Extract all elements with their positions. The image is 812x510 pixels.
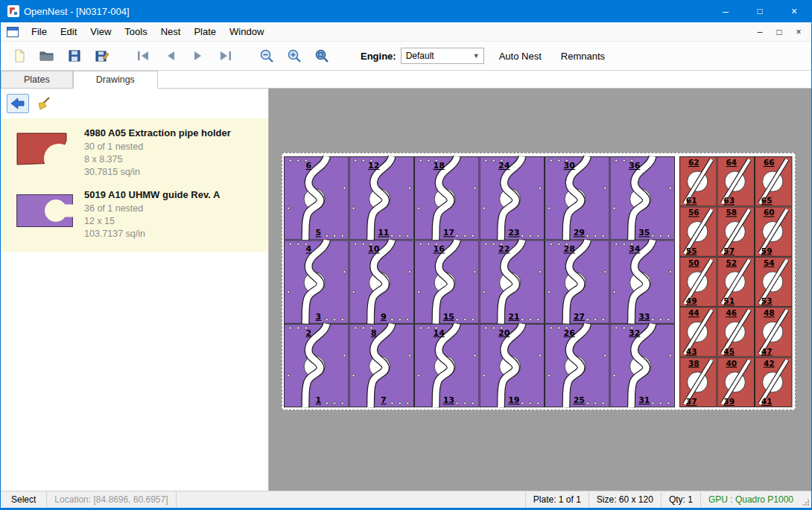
nested-part-pair-purple[interactable]: 3635 <box>610 156 675 240</box>
menu-nest[interactable]: Nest <box>154 24 188 40</box>
menu-plate[interactable]: Plate <box>187 24 223 40</box>
nested-part-pair-purple[interactable]: 2019 <box>480 324 545 407</box>
nested-part-pair-purple[interactable]: 1211 <box>349 156 414 240</box>
save-as-button[interactable] <box>88 45 115 68</box>
nested-part-pair-red[interactable]: 5655 <box>680 207 717 256</box>
nested-part-pair-purple[interactable]: 3029 <box>545 156 610 240</box>
nested-part-pair-red[interactable]: 4645 <box>717 307 755 357</box>
engine-dropdown[interactable]: Default ▼ <box>401 48 484 64</box>
drawing-info: 4980 A05 Extraction pipe holder 30 of 1 … <box>84 127 231 179</box>
close-button[interactable]: × <box>777 0 811 22</box>
nested-part-pair-purple[interactable]: 2423 <box>480 156 545 240</box>
nested-part-pair-purple[interactable]: 1615 <box>415 240 480 323</box>
nested-part-pair-red[interactable]: 5453 <box>755 257 793 306</box>
nested-part-pair-red[interactable]: 3837 <box>680 357 717 407</box>
nested-part-pair-red[interactable]: 6665 <box>755 157 793 206</box>
nested-part-pair-red[interactable]: 6463 <box>717 157 755 206</box>
nested-part-pair-purple[interactable]: 2827 <box>545 240 610 323</box>
tab-drawings[interactable]: Drawings <box>73 71 158 89</box>
nested-part-pair-red[interactable]: 4847 <box>755 307 793 357</box>
import-drawing-button[interactable] <box>7 94 29 113</box>
nested-part-pair-red[interactable]: 5049 <box>680 257 717 306</box>
svg-text:57: 57 <box>723 246 735 255</box>
svg-text:39: 39 <box>723 397 735 406</box>
zoom-fit-icon <box>314 48 329 63</box>
drawing-area: 103.7137 sq/in <box>84 228 220 240</box>
svg-text:34: 34 <box>629 244 641 254</box>
save-button[interactable] <box>60 45 88 68</box>
menu-view[interactable]: View <box>83 24 118 40</box>
drawing-nested-count: 36 of 1 nested <box>84 203 220 215</box>
svg-text:30: 30 <box>564 161 576 170</box>
menu-window[interactable]: Window <box>223 24 270 40</box>
svg-text:22: 22 <box>498 244 510 254</box>
drawing-list-item[interactable]: 5019 A10 UHMW guide Rev. A 36 of 1 neste… <box>1 183 268 245</box>
svg-text:6: 6 <box>305 161 311 170</box>
auto-nest-button[interactable]: Auto Nest <box>495 48 546 65</box>
nested-part-pair-red[interactable]: 4443 <box>680 307 717 357</box>
mdi-restore-button[interactable]: □ <box>770 24 789 40</box>
svg-text:59: 59 <box>761 246 773 255</box>
nested-part-pair-purple[interactable]: 1817 <box>415 156 480 240</box>
zoom-fit-button[interactable] <box>308 45 335 68</box>
mdi-minimize-button[interactable]: – <box>750 24 770 40</box>
resize-grip[interactable] <box>801 491 811 508</box>
drawing-info: 5019 A10 UHMW guide Rev. A 36 of 1 neste… <box>84 189 220 240</box>
drawing-thumbnail-red <box>13 127 77 179</box>
nested-part-pair-red[interactable]: 6059 <box>755 207 793 256</box>
plate-sheet[interactable]: 6512111817242330293635431091615222128273… <box>282 153 796 410</box>
nested-part-pair-red[interactable]: 4039 <box>717 357 755 407</box>
plate-svg: 6512111817242330293635431091615222128273… <box>282 153 795 409</box>
svg-text:46: 46 <box>726 308 737 317</box>
menu-tools[interactable]: Tools <box>118 24 153 40</box>
svg-text:12: 12 <box>368 161 379 170</box>
svg-text:2: 2 <box>305 328 311 338</box>
maximize-button[interactable]: □ <box>743 0 777 22</box>
svg-text:13: 13 <box>443 395 454 405</box>
nested-part-pair-red[interactable]: 6261 <box>680 157 717 206</box>
clean-drawings-button[interactable] <box>33 94 55 113</box>
nested-part-pair-purple[interactable]: 43 <box>285 240 349 323</box>
mdi-document-icon <box>7 27 19 37</box>
nested-part-pair-purple[interactable]: 87 <box>349 324 414 407</box>
nested-part-pair-purple[interactable]: 65 <box>285 156 349 240</box>
nested-part-pair-purple[interactable]: 1413 <box>415 324 480 407</box>
open-file-button[interactable] <box>33 45 60 68</box>
menu-edit[interactable]: Edit <box>54 24 83 40</box>
tab-plates[interactable]: Plates <box>1 71 73 88</box>
plate-qty: Qty: 1 <box>662 491 700 508</box>
nested-part-pair-purple[interactable]: 2625 <box>545 324 610 407</box>
minimize-button[interactable]: – <box>708 0 743 22</box>
nested-part-pair-red[interactable]: 5251 <box>717 257 755 306</box>
nested-part-pair-purple[interactable]: 109 <box>349 240 414 323</box>
nested-part-pair-red[interactable]: 4241 <box>755 357 793 407</box>
last-plate-button[interactable] <box>212 45 239 68</box>
mdi-close-button[interactable]: × <box>789 24 808 40</box>
menu-file[interactable]: File <box>25 24 54 40</box>
next-plate-button[interactable] <box>184 45 212 68</box>
svg-text:8: 8 <box>371 328 377 338</box>
new-file-button[interactable] <box>5 45 33 68</box>
svg-text:17: 17 <box>443 228 454 238</box>
nest-canvas[interactable]: 6512111817242330293635431091615222128273… <box>269 89 811 491</box>
nested-part-pair-red[interactable]: 5857 <box>717 207 755 256</box>
nested-part-pair-purple[interactable]: 3231 <box>610 324 675 407</box>
last-arrow-icon <box>218 48 233 63</box>
zoom-out-button[interactable] <box>253 45 280 68</box>
svg-text:29: 29 <box>574 228 585 238</box>
nested-part-pair-purple[interactable]: 3433 <box>610 240 675 323</box>
nested-part-pair-purple[interactable]: 21 <box>285 324 349 407</box>
zoom-out-icon <box>259 48 274 63</box>
new-file-icon <box>12 48 27 63</box>
svg-text:49: 49 <box>686 296 697 305</box>
drawing-list-item[interactable]: 4980 A05 Extraction pipe holder 30 of 1 … <box>1 121 268 183</box>
zoom-in-button[interactable] <box>280 45 308 68</box>
first-plate-button[interactable] <box>129 45 156 68</box>
svg-text:15: 15 <box>443 312 454 322</box>
previous-plate-button[interactable] <box>156 45 184 68</box>
remnants-button[interactable]: Remnants <box>556 48 609 65</box>
drawing-area: 30.7815 sq/in <box>84 166 231 179</box>
nested-part-pair-purple[interactable]: 2221 <box>480 240 545 323</box>
engine-value: Default <box>406 51 434 61</box>
svg-text:63: 63 <box>723 196 735 205</box>
